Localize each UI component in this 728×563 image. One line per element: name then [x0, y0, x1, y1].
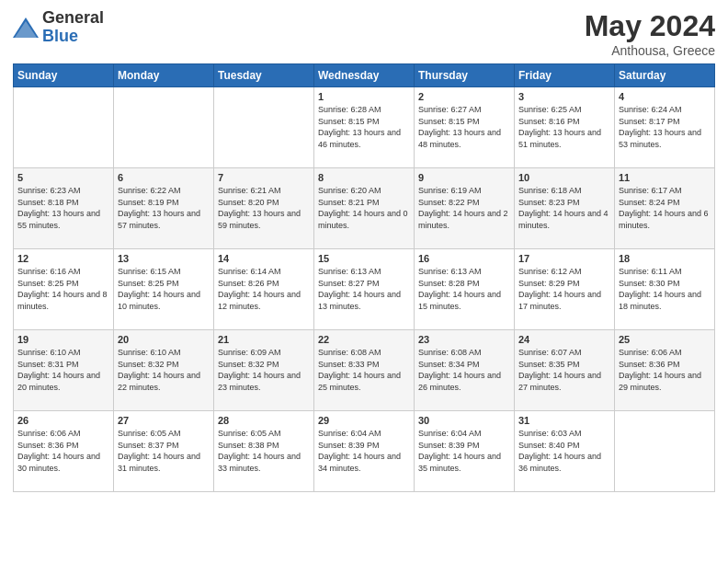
day-info-2: Sunrise: 6:27 AM Sunset: 8:15 PM Dayligh… — [418, 104, 510, 150]
calendar-cell-2-2: 14Sunrise: 6:14 AM Sunset: 8:26 PM Dayli… — [214, 249, 314, 330]
calendar-cell-4-6 — [615, 411, 715, 492]
calendar-cell-3-4: 23Sunrise: 6:08 AM Sunset: 8:34 PM Dayli… — [415, 330, 515, 411]
day-info-21: Sunrise: 6:09 AM Sunset: 8:32 PM Dayligh… — [218, 347, 310, 393]
week-row-2: 12Sunrise: 6:16 AM Sunset: 8:25 PM Dayli… — [14, 249, 715, 330]
calendar-header-row: Sunday Monday Tuesday Wednesday Thursday… — [14, 64, 715, 87]
logo-icon — [13, 17, 39, 38]
day-number-6: 6 — [118, 172, 210, 183]
day-number-20: 20 — [118, 334, 210, 345]
calendar-table: Sunday Monday Tuesday Wednesday Thursday… — [13, 63, 715, 492]
col-tuesday: Tuesday — [214, 64, 314, 87]
day-info-28: Sunrise: 6:05 AM Sunset: 8:38 PM Dayligh… — [218, 428, 310, 474]
col-friday: Friday — [515, 64, 615, 87]
col-thursday: Thursday — [415, 64, 515, 87]
calendar-cell-4-3: 29Sunrise: 6:04 AM Sunset: 8:39 PM Dayli… — [314, 411, 415, 492]
calendar-cell-0-0 — [14, 87, 114, 168]
day-info-16: Sunrise: 6:13 AM Sunset: 8:28 PM Dayligh… — [418, 266, 510, 312]
calendar-cell-2-4: 16Sunrise: 6:13 AM Sunset: 8:28 PM Dayli… — [415, 249, 515, 330]
day-number-13: 13 — [118, 253, 210, 264]
calendar-cell-3-3: 22Sunrise: 6:08 AM Sunset: 8:33 PM Dayli… — [314, 330, 415, 411]
day-number-11: 11 — [619, 172, 711, 183]
day-info-30: Sunrise: 6:04 AM Sunset: 8:39 PM Dayligh… — [418, 428, 510, 474]
calendar-cell-0-4: 2Sunrise: 6:27 AM Sunset: 8:15 PM Daylig… — [415, 87, 515, 168]
calendar-cell-0-2 — [214, 87, 314, 168]
day-number-24: 24 — [518, 334, 610, 345]
day-number-14: 14 — [218, 253, 310, 264]
calendar-cell-1-4: 9Sunrise: 6:19 AM Sunset: 8:22 PM Daylig… — [415, 168, 515, 249]
day-number-9: 9 — [418, 172, 510, 183]
day-info-8: Sunrise: 6:20 AM Sunset: 8:21 PM Dayligh… — [318, 185, 410, 231]
day-number-25: 25 — [619, 334, 711, 345]
day-info-24: Sunrise: 6:07 AM Sunset: 8:35 PM Dayligh… — [518, 347, 610, 393]
day-info-22: Sunrise: 6:08 AM Sunset: 8:33 PM Dayligh… — [318, 347, 410, 393]
day-info-20: Sunrise: 6:10 AM Sunset: 8:32 PM Dayligh… — [118, 347, 210, 393]
calendar-cell-0-5: 3Sunrise: 6:25 AM Sunset: 8:16 PM Daylig… — [515, 87, 615, 168]
day-info-14: Sunrise: 6:14 AM Sunset: 8:26 PM Dayligh… — [218, 266, 310, 312]
day-number-29: 29 — [318, 415, 410, 426]
calendar-cell-4-0: 26Sunrise: 6:06 AM Sunset: 8:36 PM Dayli… — [14, 411, 114, 492]
calendar-cell-0-3: 1Sunrise: 6:28 AM Sunset: 8:15 PM Daylig… — [314, 87, 415, 168]
day-number-22: 22 — [318, 334, 410, 345]
logo: General Blue — [13, 9, 104, 46]
day-number-27: 27 — [118, 415, 210, 426]
calendar-cell-2-6: 18Sunrise: 6:11 AM Sunset: 8:30 PM Dayli… — [615, 249, 715, 330]
day-info-11: Sunrise: 6:17 AM Sunset: 8:24 PM Dayligh… — [619, 185, 711, 231]
logo-blue-text: Blue — [42, 28, 104, 46]
day-number-17: 17 — [518, 253, 610, 264]
calendar-cell-2-5: 17Sunrise: 6:12 AM Sunset: 8:29 PM Dayli… — [515, 249, 615, 330]
day-info-9: Sunrise: 6:19 AM Sunset: 8:22 PM Dayligh… — [418, 185, 510, 231]
day-number-8: 8 — [318, 172, 410, 183]
day-number-3: 3 — [518, 91, 610, 102]
day-number-30: 30 — [418, 415, 510, 426]
calendar-cell-1-5: 10Sunrise: 6:18 AM Sunset: 8:23 PM Dayli… — [515, 168, 615, 249]
day-info-19: Sunrise: 6:10 AM Sunset: 8:31 PM Dayligh… — [17, 347, 109, 393]
page: General Blue May 2024 Anthousa, Greece S… — [0, 0, 728, 563]
day-info-7: Sunrise: 6:21 AM Sunset: 8:20 PM Dayligh… — [218, 185, 310, 231]
day-number-7: 7 — [218, 172, 310, 183]
calendar-cell-1-1: 6Sunrise: 6:22 AM Sunset: 8:19 PM Daylig… — [114, 168, 214, 249]
day-number-12: 12 — [17, 253, 109, 264]
day-info-26: Sunrise: 6:06 AM Sunset: 8:36 PM Dayligh… — [17, 428, 109, 474]
calendar-cell-3-6: 25Sunrise: 6:06 AM Sunset: 8:36 PM Dayli… — [615, 330, 715, 411]
col-wednesday: Wednesday — [314, 64, 415, 87]
calendar-cell-0-1 — [114, 87, 214, 168]
day-number-18: 18 — [619, 253, 711, 264]
day-info-25: Sunrise: 6:06 AM Sunset: 8:36 PM Dayligh… — [619, 347, 711, 393]
calendar-cell-4-5: 31Sunrise: 6:03 AM Sunset: 8:40 PM Dayli… — [515, 411, 615, 492]
calendar-cell-4-1: 27Sunrise: 6:05 AM Sunset: 8:37 PM Dayli… — [114, 411, 214, 492]
day-number-2: 2 — [418, 91, 510, 102]
col-sunday: Sunday — [14, 64, 114, 87]
calendar-cell-4-2: 28Sunrise: 6:05 AM Sunset: 8:38 PM Dayli… — [214, 411, 314, 492]
calendar-cell-2-3: 15Sunrise: 6:13 AM Sunset: 8:27 PM Dayli… — [314, 249, 415, 330]
calendar-cell-3-0: 19Sunrise: 6:10 AM Sunset: 8:31 PM Dayli… — [14, 330, 114, 411]
day-info-1: Sunrise: 6:28 AM Sunset: 8:15 PM Dayligh… — [318, 104, 410, 150]
calendar-cell-1-6: 11Sunrise: 6:17 AM Sunset: 8:24 PM Dayli… — [615, 168, 715, 249]
day-number-10: 10 — [518, 172, 610, 183]
week-row-4: 26Sunrise: 6:06 AM Sunset: 8:36 PM Dayli… — [14, 411, 715, 492]
calendar-cell-1-0: 5Sunrise: 6:23 AM Sunset: 8:18 PM Daylig… — [14, 168, 114, 249]
title-block: May 2024 Anthousa, Greece — [585, 9, 715, 58]
day-number-23: 23 — [418, 334, 510, 345]
day-info-15: Sunrise: 6:13 AM Sunset: 8:27 PM Dayligh… — [318, 266, 410, 312]
week-row-1: 5Sunrise: 6:23 AM Sunset: 8:18 PM Daylig… — [14, 168, 715, 249]
week-row-3: 19Sunrise: 6:10 AM Sunset: 8:31 PM Dayli… — [14, 330, 715, 411]
day-number-31: 31 — [518, 415, 610, 426]
calendar-cell-2-1: 13Sunrise: 6:15 AM Sunset: 8:25 PM Dayli… — [114, 249, 214, 330]
day-info-23: Sunrise: 6:08 AM Sunset: 8:34 PM Dayligh… — [418, 347, 510, 393]
day-number-5: 5 — [17, 172, 109, 183]
calendar-cell-3-5: 24Sunrise: 6:07 AM Sunset: 8:35 PM Dayli… — [515, 330, 615, 411]
day-number-16: 16 — [418, 253, 510, 264]
day-info-13: Sunrise: 6:15 AM Sunset: 8:25 PM Dayligh… — [118, 266, 210, 312]
day-info-3: Sunrise: 6:25 AM Sunset: 8:16 PM Dayligh… — [518, 104, 610, 150]
day-info-27: Sunrise: 6:05 AM Sunset: 8:37 PM Dayligh… — [118, 428, 210, 474]
day-number-4: 4 — [619, 91, 711, 102]
title-month: May 2024 — [585, 9, 715, 43]
calendar-cell-1-2: 7Sunrise: 6:21 AM Sunset: 8:20 PM Daylig… — [214, 168, 314, 249]
day-number-28: 28 — [218, 415, 310, 426]
calendar-cell-3-1: 20Sunrise: 6:10 AM Sunset: 8:32 PM Dayli… — [114, 330, 214, 411]
day-info-17: Sunrise: 6:12 AM Sunset: 8:29 PM Dayligh… — [518, 266, 610, 312]
calendar-cell-4-4: 30Sunrise: 6:04 AM Sunset: 8:39 PM Dayli… — [415, 411, 515, 492]
day-info-4: Sunrise: 6:24 AM Sunset: 8:17 PM Dayligh… — [619, 104, 711, 150]
week-row-0: 1Sunrise: 6:28 AM Sunset: 8:15 PM Daylig… — [14, 87, 715, 168]
day-number-1: 1 — [318, 91, 410, 102]
